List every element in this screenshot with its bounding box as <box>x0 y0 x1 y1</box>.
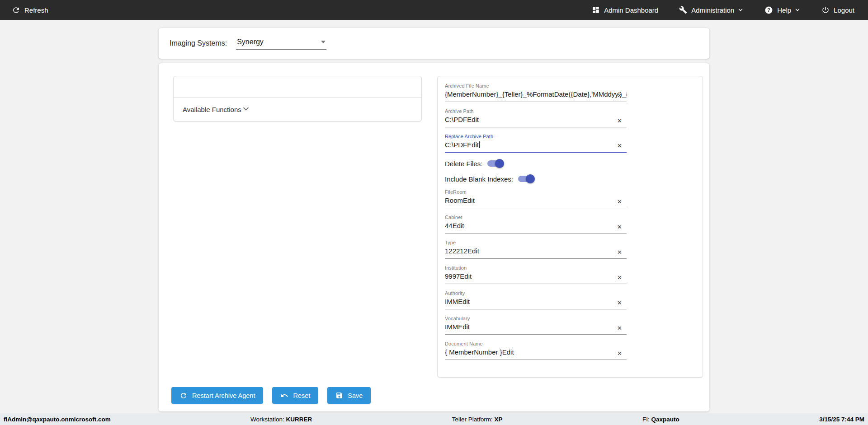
toggle-thumb <box>495 159 504 168</box>
undo-icon <box>280 392 288 400</box>
available-functions-expander[interactable]: Available Functions <box>174 98 421 121</box>
help-menu[interactable]: ? Help <box>764 6 801 14</box>
refresh-button[interactable]: Refresh <box>12 6 48 14</box>
document-name-input[interactable]: { MemberNumber }Edit <box>445 348 627 357</box>
field-label: Document Name <box>445 341 627 346</box>
reset-button[interactable]: Reset <box>272 387 318 404</box>
replace-archive-path-input[interactable]: C:\PDFEdit <box>445 141 627 149</box>
clear-icon[interactable]: ✕ <box>617 300 622 306</box>
available-functions-panel: Available Functions <box>173 76 422 121</box>
clear-icon[interactable]: ✕ <box>617 249 622 255</box>
field-label: Archived File Name <box>445 83 627 89</box>
teller-platform-status: Teller Platform: XP <box>452 416 503 423</box>
wrench-icon <box>679 6 687 14</box>
dashboard-icon <box>592 6 600 14</box>
archived-file-name-input[interactable]: {MemberNumber}_{Teller}_%FormatDate({Dat… <box>445 90 627 99</box>
field-label: Archive Path <box>445 108 627 114</box>
refresh-icon <box>179 392 188 400</box>
type-field: Type 122212Edit ✕ <box>445 239 627 259</box>
fi-status: FI: Qaxpauto <box>642 416 679 423</box>
logout-button[interactable]: Logout <box>821 6 854 14</box>
field-label: Authority <box>445 290 627 296</box>
save-button[interactable]: Save <box>327 387 371 404</box>
field-label: Institution <box>445 265 627 271</box>
vocabulary-field: Vocabulary IMMEdit ✕ <box>445 315 627 335</box>
include-blank-indexes-label: Include Blank Indexes: <box>445 175 513 183</box>
help-label: Help <box>777 6 791 14</box>
administration-label: Administration <box>691 6 734 14</box>
delete-files-label: Delete Files: <box>445 160 482 168</box>
dropdown-arrow-icon <box>321 41 326 43</box>
clear-icon[interactable]: ✕ <box>617 224 622 230</box>
vocabulary-input[interactable]: IMMEdit <box>445 323 627 332</box>
institution-input[interactable]: 9997Edit <box>445 272 627 281</box>
fileroom-input[interactable]: RoomEdit <box>445 196 627 205</box>
action-buttons: Restart Archive Agent Reset Save <box>171 387 371 404</box>
clear-icon[interactable]: ✕ <box>617 275 622 280</box>
reset-label: Reset <box>293 392 310 399</box>
svg-text:?: ? <box>767 7 770 13</box>
archive-settings-form: Archived File Name {MemberNumber}_{Telle… <box>437 76 703 378</box>
available-functions-label: Available Functions <box>183 106 241 113</box>
refresh-label: Refresh <box>24 6 48 14</box>
imaging-systems-label: Imaging Systems: <box>170 39 227 47</box>
imaging-system-select[interactable]: Synergy <box>236 37 326 50</box>
logout-label: Logout <box>834 6 854 14</box>
field-label: Cabinet <box>445 215 627 220</box>
chevron-down-icon <box>241 104 250 115</box>
clear-icon[interactable]: ✕ <box>617 325 622 331</box>
type-input[interactable]: 122212Edit <box>445 247 627 256</box>
clear-icon[interactable]: ✕ <box>617 143 622 149</box>
chevron-down-icon <box>737 7 744 13</box>
administration-menu[interactable]: Administration <box>679 6 744 14</box>
workstation-status: Workstation: KURRER <box>250 416 312 423</box>
archive-path-input[interactable]: C:\PDFEdit <box>445 116 627 124</box>
clear-icon[interactable]: ✕ <box>617 93 622 98</box>
document-name-field: Document Name { MemberNumber }Edit ✕ <box>445 341 627 360</box>
clear-icon[interactable]: ✕ <box>617 199 622 205</box>
admin-dashboard-link[interactable]: Admin Dashboard <box>592 6 658 14</box>
power-icon <box>821 6 830 14</box>
cabinet-field: Cabinet 44Edit ✕ <box>445 214 627 234</box>
save-label: Save <box>348 392 363 399</box>
toggle-thumb <box>526 174 535 183</box>
include-blank-indexes-row: Include Blank Indexes: <box>445 174 695 183</box>
replace-archive-path-field: Replace Archive Path C:\PDFEdit ✕ <box>445 133 627 153</box>
status-bar: fiAdmin@qaxpauto.onmicrosoft.com Worksta… <box>0 413 868 425</box>
text-cursor <box>479 141 480 148</box>
admin-dashboard-label: Admin Dashboard <box>604 6 658 14</box>
authority-field: Authority IMMEdit ✕ <box>445 290 627 309</box>
archived-file-name-field: Archived File Name {MemberNumber}_{Telle… <box>445 83 627 102</box>
main-card: Available Functions Archived File Name {… <box>159 63 709 411</box>
field-label: Vocabulary <box>445 316 627 321</box>
archive-path-field: Archive Path C:\PDFEdit ✕ <box>445 108 627 127</box>
authority-input[interactable]: IMMEdit <box>445 298 627 306</box>
help-icon: ? <box>764 6 773 14</box>
clear-icon[interactable]: ✕ <box>617 118 622 124</box>
chevron-down-icon <box>794 7 801 13</box>
delete-files-toggle[interactable] <box>487 159 504 168</box>
restart-archive-agent-label: Restart Archive Agent <box>192 392 255 399</box>
refresh-icon <box>12 6 20 14</box>
cabinet-input[interactable]: 44Edit <box>445 222 627 230</box>
field-label: Replace Archive Path <box>445 134 627 139</box>
functions-empty-box <box>174 76 421 98</box>
imaging-system-selected-value: Synergy <box>237 38 264 46</box>
imaging-systems-card: Imaging Systems: Synergy <box>159 28 709 59</box>
field-label: FileRoom <box>445 189 627 195</box>
top-navbar: Refresh Admin Dashboard Administration ?… <box>0 0 868 20</box>
field-label: Type <box>445 240 627 245</box>
clear-icon[interactable]: ✕ <box>617 350 622 356</box>
institution-field: Institution 9997Edit ✕ <box>445 265 627 284</box>
delete-files-row: Delete Files: <box>445 159 695 168</box>
restart-archive-agent-button[interactable]: Restart Archive Agent <box>171 387 263 404</box>
save-icon <box>335 392 343 399</box>
fileroom-field: FileRoom RoomEdit ✕ <box>445 189 627 208</box>
user-email: fiAdmin@qaxpauto.onmicrosoft.com <box>4 416 111 423</box>
include-blank-indexes-toggle[interactable] <box>518 174 535 183</box>
datetime-status: 3/15/25 7:44 PM <box>819 416 864 423</box>
